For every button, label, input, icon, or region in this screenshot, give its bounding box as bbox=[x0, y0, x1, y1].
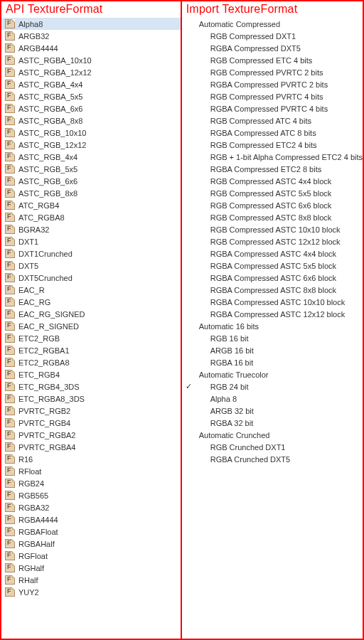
api-item[interactable]: ASTC_RGBA_4x4 bbox=[1, 78, 181, 90]
api-item[interactable]: DXT1Crunched bbox=[1, 247, 181, 260]
enum-field-icon bbox=[5, 515, 15, 524]
api-item[interactable]: ETC2_RGBA1 bbox=[1, 344, 181, 356]
api-item[interactable]: ASTC_RGB_4x4 bbox=[1, 151, 181, 163]
api-item[interactable]: RGHalf bbox=[1, 562, 181, 574]
format-item[interactable]: RGBA 32 bit bbox=[182, 417, 363, 429]
format-item[interactable]: RGB + 1-bit Alpha Compressed ETC2 4 bits bbox=[182, 151, 363, 163]
api-item[interactable]: EAC_R_SIGNED bbox=[1, 320, 181, 332]
api-item-label: ASTC_RGBA_10x10 bbox=[18, 56, 92, 65]
format-item[interactable]: RGB 16 bit bbox=[182, 332, 363, 344]
api-item-label: YUY2 bbox=[18, 588, 39, 597]
api-item-label: ASTC_RGBA_4x4 bbox=[18, 80, 82, 89]
api-item[interactable]: ASTC_RGB_10x10 bbox=[1, 127, 181, 139]
api-item[interactable]: ETC_RGBA8_3DS bbox=[1, 393, 181, 405]
api-item[interactable]: Alpha8 bbox=[1, 18, 181, 30]
format-item[interactable]: RGBA Crunched DXT5 bbox=[182, 453, 363, 465]
format-item[interactable]: ✓RGB 24 bit bbox=[182, 380, 363, 393]
api-item[interactable]: DXT5 bbox=[1, 260, 181, 272]
format-item[interactable]: RGB Compressed PVRTC 2 bits bbox=[182, 66, 363, 78]
format-item-label: RGB Crunched DXT1 bbox=[196, 443, 286, 452]
enum-field-icon bbox=[5, 273, 15, 282]
api-item[interactable]: ASTC_RGB_12x12 bbox=[1, 139, 181, 151]
api-item[interactable]: PVRTC_RGBA4 bbox=[1, 441, 181, 453]
api-item[interactable]: ASTC_RGBA_6x6 bbox=[1, 102, 181, 114]
api-item[interactable]: EAC_RG_SIGNED bbox=[1, 308, 181, 320]
api-item[interactable]: ETC_RGB4_3DS bbox=[1, 380, 181, 393]
format-item[interactable]: RGB Compressed ETC 4 bits bbox=[182, 54, 363, 66]
format-item[interactable]: RGB Compressed ETC2 4 bits bbox=[182, 139, 363, 151]
format-item[interactable]: RGB Compressed ASTC 8x8 block bbox=[182, 211, 363, 223]
api-item[interactable]: ETC2_RGBA8 bbox=[1, 356, 181, 368]
enum-field-icon bbox=[5, 394, 15, 403]
format-item[interactable]: RGB Compressed ASTC 4x4 block bbox=[182, 175, 363, 187]
format-item[interactable]: RGBA 16 bit bbox=[182, 356, 363, 368]
api-item[interactable]: RGB565 bbox=[1, 489, 181, 501]
api-item[interactable]: EAC_RG bbox=[1, 296, 181, 308]
api-item[interactable]: EAC_R bbox=[1, 284, 181, 296]
format-item[interactable]: ARGB 32 bit bbox=[182, 405, 363, 417]
api-item[interactable]: ASTC_RGB_5x5 bbox=[1, 163, 181, 175]
api-item[interactable]: PVRTC_RGB2 bbox=[1, 405, 181, 417]
api-item[interactable]: PVRTC_RGB4 bbox=[1, 417, 181, 429]
api-item[interactable]: ASTC_RGB_6x6 bbox=[1, 175, 181, 187]
api-item[interactable]: RGFloat bbox=[1, 550, 181, 562]
format-item[interactable]: RGBA Compressed ASTC 4x4 block bbox=[182, 247, 363, 260]
api-item[interactable]: ARGB4444 bbox=[1, 42, 181, 54]
format-item-label: RGB Compressed ATC 4 bits bbox=[196, 117, 311, 125]
format-group[interactable]: Automatic Compressed bbox=[182, 18, 363, 30]
api-item[interactable]: ASTC_RGB_8x8 bbox=[1, 187, 181, 199]
format-item-label: RGB Compressed ETC2 4 bits bbox=[196, 141, 317, 149]
api-item[interactable]: YUY2 bbox=[1, 586, 181, 598]
format-item-label: RGB Compressed DXT1 bbox=[196, 32, 296, 41]
format-item[interactable]: RGBA Compressed ASTC 12x12 block bbox=[182, 308, 363, 320]
format-item[interactable]: Alpha 8 bbox=[182, 393, 363, 405]
api-item[interactable]: ATC_RGB4 bbox=[1, 199, 181, 211]
api-item[interactable]: ETC_RGB4 bbox=[1, 368, 181, 380]
api-item[interactable]: ASTC_RGBA_12x12 bbox=[1, 66, 181, 78]
api-item[interactable]: ASTC_RGBA_8x8 bbox=[1, 114, 181, 127]
api-item[interactable]: BGRA32 bbox=[1, 223, 181, 235]
api-item[interactable]: RGBAFloat bbox=[1, 526, 181, 538]
format-item[interactable]: RGB Compressed ASTC 5x5 block bbox=[182, 187, 363, 199]
api-item[interactable]: ASTC_RGBA_10x10 bbox=[1, 54, 181, 66]
format-item[interactable]: RGB Compressed ATC 4 bits bbox=[182, 114, 363, 127]
format-item[interactable]: RGBA Compressed ASTC 5x5 block bbox=[182, 260, 363, 272]
format-item[interactable]: RGB Compressed PVRTC 4 bits bbox=[182, 90, 363, 102]
api-item[interactable]: RGBA32 bbox=[1, 501, 181, 513]
format-item[interactable]: RGB Compressed DXT1 bbox=[182, 30, 363, 42]
format-item[interactable]: RGBA Compressed DXT5 bbox=[182, 42, 363, 54]
format-group[interactable]: Automatic Crunched bbox=[182, 429, 363, 441]
api-item[interactable]: ARGB32 bbox=[1, 30, 181, 42]
api-list[interactable]: Alpha8ARGB32ARGB4444ASTC_RGBA_10x10ASTC_… bbox=[1, 16, 181, 639]
format-item[interactable]: RGB Compressed ASTC 6x6 block bbox=[182, 199, 363, 211]
api-item[interactable]: RFloat bbox=[1, 465, 181, 477]
api-item[interactable]: RGBA4444 bbox=[1, 513, 181, 526]
format-item[interactable]: RGBA Compressed ETC2 8 bits bbox=[182, 163, 363, 175]
format-item[interactable]: RGBA Compressed ASTC 10x10 block bbox=[182, 296, 363, 308]
api-item[interactable]: RGBAHalf bbox=[1, 538, 181, 550]
format-group[interactable]: Automatic 16 bits bbox=[182, 320, 363, 332]
format-item[interactable]: RGBA Compressed PVRTC 2 bits bbox=[182, 78, 363, 90]
api-item[interactable]: DXT5Crunched bbox=[1, 272, 181, 284]
format-item[interactable]: RGBA Compressed ASTC 6x6 block bbox=[182, 272, 363, 284]
format-item-label: RGBA Compressed ASTC 6x6 block bbox=[196, 274, 336, 282]
format-item[interactable]: RGB Compressed ASTC 12x12 block bbox=[182, 235, 363, 247]
enum-field-icon bbox=[5, 92, 15, 101]
api-item[interactable]: R16 bbox=[1, 453, 181, 465]
format-item[interactable]: RGBA Compressed ATC 8 bits bbox=[182, 127, 363, 139]
api-item[interactable]: ETC2_RGB bbox=[1, 332, 181, 344]
format-item[interactable]: RGB Crunched DXT1 bbox=[182, 441, 363, 453]
format-item[interactable]: ARGB 16 bit bbox=[182, 344, 363, 356]
api-item[interactable]: DXT1 bbox=[1, 235, 181, 247]
api-item[interactable]: PVRTC_RGBA2 bbox=[1, 429, 181, 441]
import-list[interactable]: Automatic CompressedRGB Compressed DXT1R… bbox=[182, 16, 363, 639]
api-item-label: RGBA32 bbox=[18, 503, 49, 512]
format-item[interactable]: RGBA Compressed PVRTC 4 bits bbox=[182, 102, 363, 114]
api-item[interactable]: RGB24 bbox=[1, 477, 181, 489]
api-item[interactable]: RHalf bbox=[1, 574, 181, 586]
api-item[interactable]: ATC_RGBA8 bbox=[1, 211, 181, 223]
api-item[interactable]: ASTC_RGBA_5x5 bbox=[1, 90, 181, 102]
format-group[interactable]: Automatic Truecolor bbox=[182, 368, 363, 380]
format-item[interactable]: RGB Compressed ASTC 10x10 block bbox=[182, 223, 363, 235]
format-item[interactable]: RGBA Compressed ASTC 8x8 block bbox=[182, 284, 363, 296]
